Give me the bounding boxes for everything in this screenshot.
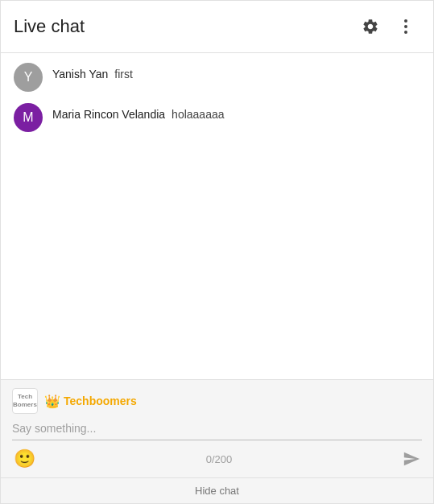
channel-label: 👑 Techboomers [44,394,137,409]
settings-button[interactable] [356,12,385,41]
table-row: M Maria Rincon Velandia holaaaaaa [14,103,420,132]
gear-icon [362,18,379,35]
bottom-row: 🙂 0/200 [12,444,422,473]
input-row [12,419,422,440]
hide-chat-label: Hide chat [195,485,239,497]
channel-icon: TechBomers [12,388,38,414]
channel-row: TechBomers 👑 Techboomers [12,388,422,414]
message-author: Yanish Yan [52,68,108,81]
send-icon [403,450,420,468]
more-options-button[interactable] [391,12,420,41]
messages-area: Y Yanish Yan first M Maria Rincon Veland… [1,53,433,379]
chat-container: Live chat Y Yanish Yan first [0,0,434,504]
emoji-button[interactable]: 🙂 [14,448,35,469]
hide-chat-bar[interactable]: Hide chat [1,477,433,503]
vertical-dots-icon [404,19,407,34]
input-area: TechBomers 👑 Techboomers 🙂 0/200 [1,379,433,477]
chat-header: Live chat [1,1,433,53]
char-count: 0/200 [206,453,233,465]
table-row: Y Yanish Yan first [14,63,420,92]
message-text: holaaaaaa [172,108,224,121]
send-button[interactable] [403,450,420,468]
message-content: Yanish Yan first [52,63,133,81]
chat-input[interactable] [12,419,422,438]
message-text: first [114,68,133,81]
chat-title: Live chat [14,16,85,37]
avatar: Y [14,63,43,92]
crown-icon: 👑 [44,394,60,409]
message-author: Maria Rincon Velandia [52,108,165,121]
emoji-icon: 🙂 [14,448,35,469]
message-content: Maria Rincon Velandia holaaaaaa [52,103,225,121]
avatar: M [14,103,43,132]
channel-name: Techboomers [64,395,137,407]
header-actions [356,12,420,41]
